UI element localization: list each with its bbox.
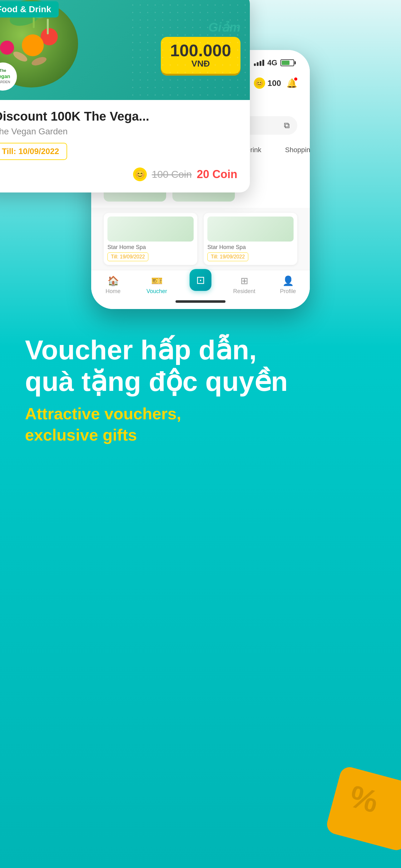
coin-price-row: 😊 100 Coin 20 Coin <box>0 167 237 181</box>
nav-home[interactable]: 🏠 Home <box>91 275 135 294</box>
network-indicator: 4G <box>267 58 277 67</box>
nav-resident[interactable]: ⊞ Resident <box>222 275 266 294</box>
expiry-badge: Till: 10/09/2022 <box>0 143 67 160</box>
nav-qr[interactable]: ⊡ <box>179 275 222 294</box>
food-drink-label: Food & Drink <box>0 1 59 18</box>
filter-icon[interactable]: ⧉ <box>284 121 290 130</box>
mini-card-merchant-2: Star Home Spa <box>207 244 294 251</box>
resident-icon: ⊞ <box>240 275 248 286</box>
nav-resident-label: Resident <box>233 288 255 294</box>
teal-dots-bg <box>129 0 250 100</box>
home-indicator <box>175 300 226 303</box>
nav-voucher-label: Voucher <box>146 288 167 294</box>
qr-button[interactable]: ⊡ <box>190 269 211 291</box>
nav-voucher[interactable]: 🎫 Voucher <box>135 275 179 294</box>
voucher-title: Discount 100K The Vega... <box>0 110 237 123</box>
tab-shopping[interactable]: Shopping <box>276 142 310 158</box>
main-headline: Voucher hấp dẫn,quà tặng độc quyền <box>25 334 376 397</box>
coin-smiley: 😊 <box>133 167 147 181</box>
notification-dot <box>294 78 297 81</box>
bg-decoration-bottom-right <box>325 765 401 852</box>
bottom-section: Voucher hấp dẫn,quà tặng độc quyền Attra… <box>0 309 401 465</box>
profile-icon: 👤 <box>282 275 294 286</box>
mini-card-2[interactable]: Star Home Spa Till: 19/09/2022 <box>204 213 297 265</box>
header-right: 😊 100 🔔 <box>254 78 297 89</box>
coin-badge: 😊 100 <box>254 78 281 89</box>
battery-indicator <box>280 59 294 66</box>
mini-cards-row: Star Home Spa Till: 19/09/2022 Star Home… <box>91 208 310 270</box>
card-content: Discount 100K The Vega... The Vegan Gard… <box>0 100 250 192</box>
new-coin-price: 20 Coin <box>197 168 237 181</box>
nav-profile-label: Profile <box>280 288 296 294</box>
nav-profile[interactable]: 👤 Profile <box>266 275 310 294</box>
mini-card-img-2 <box>207 217 294 242</box>
status-icons: 4G <box>254 58 294 67</box>
floating-voucher-card[interactable]: Food & Drink TheVega <box>0 0 250 192</box>
bottom-nav: 🏠 Home 🎫 Voucher ⊡ ⊞ Resident 👤 <box>91 270 310 297</box>
voucher-icon: 🎫 <box>151 275 163 286</box>
coin-icon: 😊 <box>254 78 265 89</box>
card-image: Food & Drink TheVega <box>0 0 250 100</box>
merchant-name: The Vegan Garden <box>0 127 237 136</box>
mini-card-1[interactable]: Star Home Spa Till: 19/09/2022 <box>104 213 197 265</box>
mini-card-merchant-1: Star Home Spa <box>107 244 194 251</box>
home-indicator-area <box>91 297 310 309</box>
mini-card-expiry-1: Till: 19/09/2022 <box>107 252 148 261</box>
mini-card-expiry-2: Till: 19/09/2022 <box>207 252 248 261</box>
mini-card-img-1 <box>107 217 194 242</box>
original-coin-price: 100 Coin <box>152 169 192 180</box>
notification-bell[interactable]: 🔔 <box>286 78 297 89</box>
home-icon: 🏠 <box>107 275 119 286</box>
sub-headline: Attractive vouchers,exclusive gifts <box>25 403 376 445</box>
nav-home-label: Home <box>106 288 121 294</box>
qr-icon: ⊡ <box>196 274 205 286</box>
coin-count: 100 <box>268 79 281 88</box>
price-area: Giảm 100.000 VNĐ <box>129 0 250 100</box>
signal-bars <box>254 60 264 66</box>
phone-wrapper: 16:56 4G My Voucher <box>0 0 401 309</box>
